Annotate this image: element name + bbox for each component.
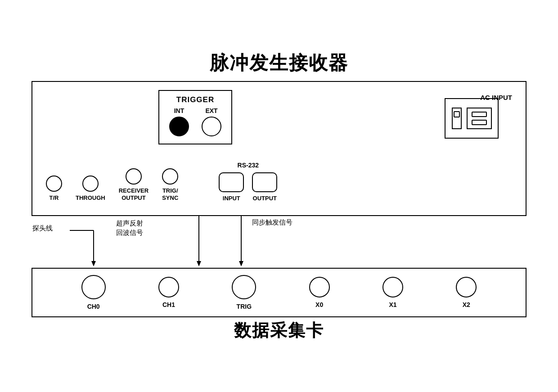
connector-trig-sync: TRIG/SYNC — [162, 168, 178, 201]
dac-connectors-row: CH0 CH1 TRIG X0 — [46, 275, 512, 310]
ac-input-area: AC INPUT — [480, 90, 512, 101]
ac-outlet — [467, 108, 492, 129]
svg-marker-4 — [197, 261, 201, 266]
trigger-ext-button[interactable] — [202, 117, 221, 136]
ac-input-panel — [445, 98, 499, 139]
dac-trig: TRIG — [232, 275, 256, 310]
trigger-label: TRIGGER — [176, 95, 214, 104]
receiver-output-circle[interactable] — [126, 168, 142, 185]
dac-ch0: CH0 — [81, 275, 106, 310]
dac-x0: X0 — [309, 277, 330, 308]
through-label: THROUGH — [76, 194, 105, 202]
trigger-int-label: INT — [174, 107, 184, 114]
device-box: TRIGGER INT EXT — [32, 81, 526, 216]
tr-circle[interactable] — [46, 176, 62, 192]
dac-trig-circle[interactable] — [232, 275, 256, 299]
trigger-int-group: INT — [169, 107, 189, 136]
dac-x1: X1 — [382, 277, 403, 308]
dac-x1-label: X1 — [389, 301, 396, 308]
dac-box: CH0 CH1 TRIG X0 — [32, 268, 526, 317]
rs232-connectors: INPUT OUTPUT — [219, 172, 277, 202]
receiver-output-label: RECEIVEROUTPUT — [119, 187, 148, 201]
ultrasound-echo-label: 超声反射 回波信号 — [116, 218, 143, 237]
trigger-ext-group: EXT — [202, 107, 221, 136]
ac-slot-2 — [472, 120, 487, 125]
dac-x0-label: X0 — [315, 301, 323, 308]
trigger-int-button[interactable] — [169, 117, 189, 136]
rs232-input-group: INPUT — [219, 172, 244, 202]
rs232-output-label: OUTPUT — [253, 195, 277, 202]
connectors-row: T/R THROUGH RECEIVEROUTPUT TRIG/SYNC — [46, 103, 512, 202]
sync-trigger-label: 同步触发信号 — [252, 218, 292, 227]
through-circle[interactable] — [82, 176, 99, 192]
dac-trig-label: TRIG — [237, 303, 252, 310]
main-title: 脉冲发生接收器 — [210, 50, 348, 76]
dac-ch1: CH1 — [158, 277, 179, 308]
dac-ch1-label: CH1 — [162, 301, 175, 308]
rs232-output-group: OUTPUT — [252, 172, 277, 202]
connector-receiver-output: RECEIVEROUTPUT — [119, 168, 148, 201]
dac-x2: X2 — [456, 277, 477, 308]
connector-through: THROUGH — [76, 176, 105, 202]
rs232-output-connector[interactable] — [252, 172, 277, 192]
trigger-ext-label: EXT — [205, 107, 217, 114]
dac-x1-circle[interactable] — [382, 277, 403, 297]
dac-title: 数据采集卡 — [32, 319, 526, 342]
ac-switch[interactable] — [452, 108, 462, 129]
dac-ch1-circle[interactable] — [158, 277, 179, 297]
dac-x0-circle[interactable] — [309, 277, 330, 297]
rs232-input-connector[interactable] — [219, 172, 244, 192]
connector-tr: T/R — [46, 176, 62, 202]
trig-sync-circle[interactable] — [162, 168, 178, 185]
rs232-header: RS-232 — [238, 162, 259, 169]
svg-marker-6 — [239, 261, 243, 266]
probe-wire-label: 探头线 — [32, 224, 53, 233]
middle-section: 探头线 超声反射 回波信号 同步触发信号 — [32, 216, 526, 268]
ac-slot-1 — [472, 112, 487, 117]
rs232-input-label: INPUT — [223, 195, 240, 202]
dac-x2-circle[interactable] — [456, 277, 477, 297]
trig-sync-label: TRIG/SYNC — [162, 187, 178, 201]
dac-x2-label: X2 — [463, 301, 470, 308]
dac-ch0-label: CH0 — [87, 303, 100, 310]
trigger-panel: TRIGGER INT EXT — [158, 90, 232, 144]
dac-ch0-circle[interactable] — [81, 275, 106, 299]
rs232-section: RS-232 INPUT OUTPUT — [219, 162, 277, 202]
tr-label: T/R — [50, 194, 59, 202]
svg-marker-2 — [91, 261, 96, 266]
